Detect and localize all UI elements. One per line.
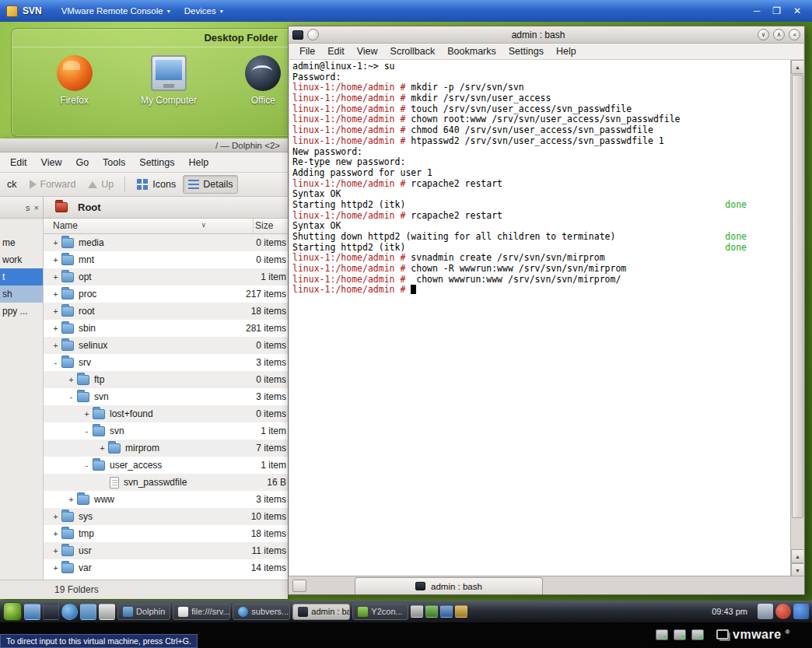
table-row[interactable]: + var 14 items [44,559,288,576]
table-row[interactable]: + selinux 0 items [44,337,288,354]
menu-item[interactable]: Settings [502,44,550,59]
tree-expander[interactable]: + [51,273,60,282]
tree-expander[interactable]: - [82,427,91,436]
close-button[interactable]: ✕ [793,5,801,16]
places-item[interactable]: me [0,234,43,251]
updates-icon[interactable] [793,604,809,619]
tree-expander[interactable]: + [51,342,60,350]
usb-status-icon[interactable] [691,629,704,640]
display-icon[interactable] [758,604,773,619]
places-item[interactable]: work [0,251,43,268]
security-icon[interactable] [775,604,791,619]
volume-tray-icon[interactable] [425,605,438,618]
scrollbar-thumb[interactable] [792,75,803,518]
column-header-name[interactable]: Name ∨ [44,219,254,233]
network-status-icon[interactable] [674,629,686,640]
menu-item[interactable]: Devices ▾ [177,4,230,18]
restore-button[interactable]: ❐ [772,5,781,16]
scroll-up-button[interactable]: ▲ [791,60,803,74]
menu-item[interactable]: File [293,44,321,59]
tree-expander[interactable]: + [67,496,75,504]
pin-button[interactable] [307,29,319,40]
desktop-icon-item[interactable]: My Computer [126,55,211,106]
close-button[interactable]: × [789,29,800,40]
tree-expander[interactable]: - [82,461,91,470]
menu-item[interactable]: Help [550,44,583,59]
menu-item[interactable]: View [34,153,69,172]
tree-expander[interactable]: + [51,324,60,333]
tree-expander[interactable]: + [98,444,107,453]
places-item[interactable]: t [0,268,43,285]
tree-expander[interactable]: + [51,513,60,521]
tree-expander[interactable]: + [67,376,75,384]
tree-expander[interactable]: + [51,307,60,316]
terminal-launcher-icon[interactable] [43,604,59,620]
tree-expander[interactable]: - [67,393,75,401]
icons-view-button[interactable]: Icons [131,175,181,194]
menu-item[interactable]: View [351,44,384,59]
table-row[interactable]: + mirprom 7 items [44,440,288,457]
firefox-icon[interactable] [57,55,93,91]
tree-expander[interactable]: + [51,290,60,299]
folder-launcher-icon[interactable] [80,604,96,620]
start-menu-button[interactable] [3,602,22,621]
window-menu-icon[interactable] [292,30,303,40]
maximize-button[interactable]: ∧ [773,29,785,40]
new-tab-button[interactable] [292,580,306,592]
table-row[interactable]: - svn 1 item [44,422,288,440]
browser-icon[interactable] [61,604,78,620]
table-row[interactable]: + opt 1 item [44,268,288,285]
computer-icon[interactable] [151,55,187,91]
desktop-icon[interactable] [24,604,40,620]
up-button[interactable]: Up [82,175,119,194]
task-button[interactable]: Dolphin [117,604,170,620]
table-row[interactable]: - srv 3 items [44,354,288,371]
minimize-button[interactable]: ─ [754,5,761,16]
back-button[interactable]: ck [2,175,23,194]
table-row[interactable]: svn_passwdfile 16 B [44,474,288,491]
menu-item[interactable]: VMware Remote Console ▾ [54,4,177,18]
scrollbar[interactable]: ▲ ▲ ▼ [790,60,803,577]
menu-item[interactable]: Edit [3,153,34,172]
table-row[interactable]: + ftp 0 items [44,371,288,388]
table-row[interactable]: + proc 217 items [44,285,288,303]
clock[interactable]: 09:43 pm [704,607,755,616]
close-icon[interactable]: × [34,203,39,212]
details-view-button[interactable]: Details [183,175,238,194]
column-header-size[interactable]: Size [254,219,288,233]
konsole-titlebar[interactable]: admin : bash ∨ ∧ × [289,26,804,44]
desktop-icon-item[interactable]: Firefox [32,55,117,106]
tree-expander[interactable]: - [51,359,60,367]
scroll-up-button-2[interactable]: ▲ [791,549,803,563]
menu-item[interactable]: Go [68,153,96,172]
office-icon[interactable] [245,55,281,91]
tree-expander[interactable]: + [51,530,60,538]
table-row[interactable]: + usr 11 items [44,542,288,559]
tree-expander[interactable]: + [51,547,60,555]
places-item[interactable]: sh [0,285,43,303]
places-item[interactable]: ppy ... [0,303,43,320]
shade-button[interactable]: ∨ [758,29,769,40]
dolphin-titlebar[interactable]: / — Dolphin <2> [0,138,288,152]
network-tray-icon[interactable] [440,605,453,618]
menu-item[interactable]: Scrollback [384,44,442,59]
table-row[interactable]: + sys 10 items [44,508,288,525]
office-launcher-icon[interactable] [99,604,115,620]
table-row[interactable]: + sbin 281 items [44,320,288,337]
task-button[interactable]: file:///srv... [173,604,230,620]
task-button[interactable]: subvers... [233,604,290,620]
menu-item[interactable]: Settings [132,153,181,172]
tab-admin-bash[interactable]: admin : bash [355,577,543,594]
forward-button[interactable]: Forward [24,175,82,194]
tree-expander[interactable]: + [51,239,60,247]
terminal-screen[interactable]: admin@linux-1:~> su Password: linux-1:/h… [289,60,803,577]
table-row[interactable]: - svn 3 items [44,388,288,405]
task-button[interactable]: admin : ba... [292,604,350,620]
menu-item[interactable]: Edit [321,44,351,59]
menu-item[interactable]: Help [181,153,215,172]
table-row[interactable]: + media 0 items [44,234,288,251]
tree-expander[interactable]: + [51,256,60,264]
task-button[interactable]: Y2con... [352,604,408,620]
tree-expander[interactable]: + [51,564,60,573]
table-row[interactable]: + www 3 items [44,491,288,508]
